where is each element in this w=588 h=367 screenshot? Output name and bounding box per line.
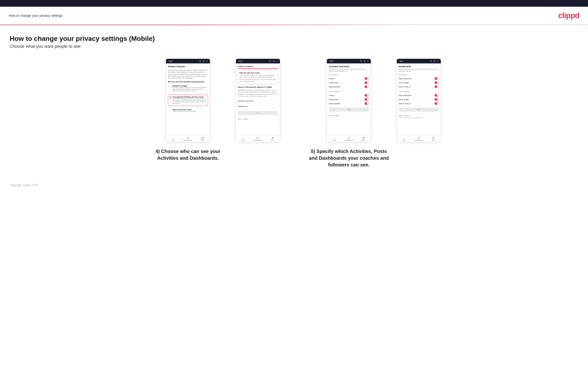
followers-label-4: FOLLOWERS	[399, 91, 439, 92]
back-button-3[interactable]: ‹ Back	[329, 60, 334, 62]
practice-followers-toggle[interactable]	[364, 98, 369, 101]
radio-approved	[169, 96, 171, 98]
practice-coaches-toggle[interactable]	[364, 81, 369, 84]
nav-menu-4[interactable]: ☰ Menu	[426, 136, 441, 142]
settings-icon[interactable]	[206, 60, 208, 62]
back-chevron-icon: ‹	[168, 60, 168, 62]
screen-content-3: Activities and Posts Select the types of…	[327, 63, 371, 135]
activities-arrow-icon: ›	[277, 100, 278, 102]
settings-icon-3[interactable]	[367, 60, 369, 62]
screen1-title: Privacy Controls	[168, 65, 208, 68]
option-everyone[interactable]: Everyone on Clippd Everyone on Clippd ca…	[168, 83, 208, 93]
svg-point-1	[277, 61, 277, 61]
mobile-frame-3: ‹ Back Activities and Posts Select the t…	[327, 58, 371, 142]
what-to-work-coaches-label: What To Work On	[399, 86, 411, 88]
nav-performance-3[interactable]: 📈 My Performance	[341, 136, 356, 142]
practice-coaches-label: Practice Drills	[329, 82, 338, 83]
people-icon-3[interactable]	[363, 60, 365, 62]
back-button-1[interactable]: ‹ Back	[168, 60, 173, 62]
menu-dashboards[interactable]: Dashboards ›	[238, 104, 278, 109]
settings-icon-2[interactable]	[276, 60, 278, 62]
chart-icon-2: 📈	[256, 137, 259, 139]
what-to-work-followers-toggle[interactable]	[435, 102, 439, 105]
option-approved-followers[interactable]: Only Approved Followers and Your Coach O…	[168, 95, 208, 106]
caption-1: 4) Choose who can see your Activities an…	[147, 148, 229, 161]
show-hide-body: Regardless of the privacy controls that …	[238, 89, 278, 97]
menu-icon-4: ☰	[432, 137, 435, 139]
back-button-2[interactable]: ‹ Back	[238, 60, 243, 62]
home-icon: ⌂	[173, 137, 174, 139]
save-button-3[interactable]: Save	[329, 108, 369, 112]
top-bar	[0, 0, 588, 7]
save-button-2[interactable]: Save	[238, 111, 278, 115]
nav-menu-1[interactable]: ☰ Menu	[195, 136, 210, 142]
home-icon-3: ⌂	[333, 137, 335, 139]
screen1-body: Control how you and your data appears to…	[168, 69, 208, 79]
nav-home-1[interactable]: ⌂ Home	[166, 136, 181, 142]
search-icon-4[interactable]	[430, 60, 432, 62]
settings-icon-4[interactable]	[437, 60, 439, 62]
rounds-coaches-toggle[interactable]	[364, 77, 369, 80]
practice-followers-label: Practice Drills	[329, 99, 338, 100]
mobile-top-icons-1	[199, 60, 208, 62]
people-icon-4[interactable]	[433, 60, 435, 62]
round-insights-coaches-toggle[interactable]	[435, 81, 439, 84]
manual-followers-toggle[interactable]	[364, 102, 369, 105]
dashboards-desc: Select the dashboards that you'd like to…	[399, 68, 439, 72]
home-icon-4: ⌂	[403, 137, 405, 139]
manual-coaches-toggle[interactable]	[364, 85, 369, 88]
option-only-coach[interactable]: Only You and Your Coach Only you and the…	[168, 107, 208, 114]
save-button-4[interactable]: Save	[399, 108, 439, 112]
popup-desc: Only you and the coaches you connect wit…	[240, 75, 276, 82]
nav-perf-label-2: My Performance	[253, 140, 262, 141]
nav-home-4[interactable]: ⌂ Home	[397, 136, 412, 142]
nav-menu-label-2: Menu	[271, 140, 274, 141]
bottom-nav-3: ⌂ Home 📈 My Performance ☰ Menu	[327, 135, 371, 142]
nav-performance-2[interactable]: 📈 My Performance	[251, 136, 265, 142]
rounds-followers-toggle[interactable]	[364, 94, 369, 97]
player-dash-coaches-toggle[interactable]	[435, 77, 439, 80]
nav-home-2[interactable]: ⌂ Home	[236, 136, 251, 142]
search-icon-2[interactable]	[269, 60, 271, 62]
back-chevron-icon-2: ‹	[238, 60, 238, 62]
toggle-rounds-followers: Rounds	[329, 93, 369, 98]
nav-performance-4[interactable]: 📈 My Performance	[412, 136, 426, 142]
people-icon-2[interactable]	[272, 60, 275, 62]
rounds-followers-label: Rounds	[329, 95, 334, 96]
popup-box: Only You and Your Coach Only you and the…	[238, 70, 278, 84]
rounds-coaches-label: Rounds	[329, 78, 334, 80]
svg-point-2	[367, 61, 368, 61]
search-icon-3[interactable]	[360, 60, 362, 62]
screenshots-row: ‹ Back Privacy Controls Control how you …	[10, 58, 578, 168]
search-icon[interactable]	[199, 60, 201, 62]
nav-menu-label-4: Menu	[432, 140, 435, 141]
nav-menu-label-3: Menu	[362, 140, 365, 141]
player-dash-followers-toggle[interactable]	[435, 94, 439, 97]
radio-everyone	[169, 85, 171, 87]
nav-menu-3[interactable]: ☰ Menu	[356, 136, 371, 142]
activities-desc: Select the types of activity that you'd …	[329, 68, 369, 72]
mobile-topbar-1: ‹ Back	[166, 59, 210, 63]
nav-home-3[interactable]: ⌂ Home	[327, 136, 341, 142]
round-insights-followers-toggle[interactable]	[435, 98, 439, 101]
menu-icon-3: ☰	[363, 137, 364, 139]
menu-activities-posts[interactable]: Activities and Posts ›	[238, 99, 278, 104]
popup-title: Only You and Your Coach	[240, 72, 276, 74]
nav-menu-2[interactable]: ☰ Menu	[265, 136, 280, 142]
manual-followers-label: Manual Activities	[329, 103, 340, 104]
manual-coaches-label: Manual Activities	[329, 86, 340, 88]
toggle-manual-followers: Manual Activities	[329, 102, 369, 106]
page-subheading: Choose what you want people to see	[10, 44, 578, 49]
caption-2: 5) Specify which Activities, Posts and D…	[308, 148, 390, 168]
help-support-desc: Visit our Clippd community to troublesho…	[399, 117, 439, 118]
header: How to change your privacy settings clip…	[0, 7, 588, 25]
chart-icon-1: 📈	[187, 137, 190, 139]
back-button-4[interactable]: ‹ Back	[399, 60, 404, 62]
nav-performance-1[interactable]: 📈 My Performance	[181, 136, 195, 142]
people-icon[interactable]	[202, 60, 205, 62]
player-dash-coaches-label: Player Dashboard	[399, 78, 411, 80]
screenshot-group-4: ‹ Back Dashboards Select the dashboards …	[397, 58, 441, 142]
coaches-label-4: COACHES	[399, 74, 439, 76]
what-to-work-coaches-toggle[interactable]	[435, 85, 439, 88]
menu-icon-2: ☰	[271, 137, 274, 139]
